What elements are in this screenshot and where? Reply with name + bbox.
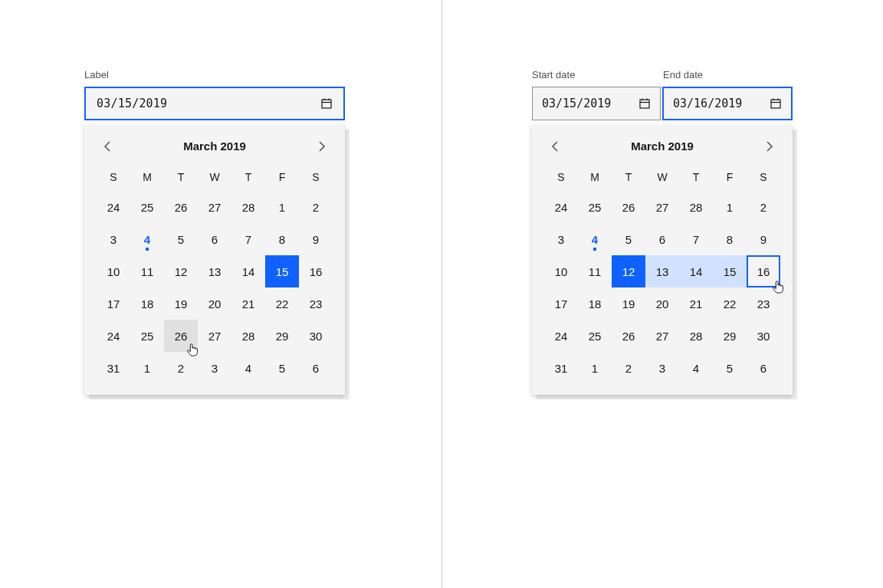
end-date-input[interactable]: 03/16/2019	[662, 87, 793, 120]
day-cell[interactable]: 7	[231, 223, 265, 255]
day-cell[interactable]: 12	[612, 255, 645, 287]
prev-month-button[interactable]	[544, 136, 566, 157]
calendar-popup: March 2019 SMTWTFS 242526272812345678910…	[84, 125, 345, 395]
day-cell[interactable]: 13	[198, 255, 231, 287]
day-cell[interactable]: 2	[747, 191, 780, 223]
day-cell[interactable]: 2	[612, 352, 645, 384]
weekday-header: T	[679, 163, 713, 191]
day-cell[interactable]: 28	[679, 320, 713, 352]
day-cell[interactable]: 26	[612, 320, 645, 352]
day-cell[interactable]: 28	[231, 320, 265, 352]
day-cell[interactable]: 26	[612, 191, 645, 223]
day-cell[interactable]: 6	[299, 352, 333, 384]
day-cell[interactable]: 16	[747, 255, 780, 287]
day-cell[interactable]: 2	[164, 352, 198, 384]
day-cell[interactable]: 22	[265, 287, 299, 320]
day-cell[interactable]: 25	[578, 191, 612, 223]
day-cell[interactable]: 17	[97, 287, 130, 320]
day-cell[interactable]: 24	[97, 320, 130, 352]
day-cell[interactable]: 27	[645, 191, 679, 223]
day-cell[interactable]: 24	[544, 320, 578, 352]
day-cell[interactable]: 2	[299, 191, 333, 223]
day-cell[interactable]: 8	[713, 223, 747, 255]
calendar-grid: 2425262728123456789101112131415161718192…	[97, 191, 333, 384]
next-month-button[interactable]	[311, 136, 333, 157]
day-cell[interactable]: 31	[544, 352, 578, 384]
day-cell[interactable]: 4	[679, 352, 713, 384]
day-cell[interactable]: 26	[164, 320, 198, 352]
weekday-header: T	[164, 163, 198, 191]
day-cell[interactable]: 21	[231, 287, 265, 320]
end-date-value: 03/16/2019	[673, 97, 770, 110]
day-cell[interactable]: 5	[713, 352, 747, 384]
day-cell[interactable]: 16	[299, 255, 333, 287]
month-year-label: March 2019	[631, 140, 694, 153]
day-cell[interactable]: 1	[713, 191, 747, 223]
day-cell[interactable]: 31	[97, 352, 130, 384]
start-date-label: Start date	[532, 69, 661, 80]
day-cell[interactable]: 3	[645, 352, 679, 384]
day-cell[interactable]: 24	[97, 191, 130, 223]
day-cell[interactable]: 1	[578, 352, 612, 384]
day-cell[interactable]: 11	[130, 255, 164, 287]
day-cell[interactable]: 10	[97, 255, 130, 287]
day-cell[interactable]: 28	[231, 191, 265, 223]
day-cell[interactable]: 23	[299, 287, 333, 320]
day-cell[interactable]: 21	[679, 287, 713, 320]
day-cell[interactable]: 13	[645, 255, 679, 287]
day-cell[interactable]: 20	[198, 287, 231, 320]
day-cell[interactable]: 27	[198, 320, 231, 352]
start-date-input[interactable]: 03/15/2019	[532, 87, 661, 120]
day-cell[interactable]: 9	[747, 223, 780, 255]
day-cell[interactable]: 19	[164, 287, 198, 320]
day-cell[interactable]: 30	[747, 320, 780, 352]
day-cell[interactable]: 23	[747, 287, 780, 320]
day-cell[interactable]: 9	[299, 223, 333, 255]
day-cell[interactable]: 5	[164, 223, 198, 255]
day-cell[interactable]: 25	[130, 191, 164, 223]
day-cell[interactable]: 24	[544, 191, 578, 223]
day-cell[interactable]: 29	[265, 320, 299, 352]
day-cell[interactable]: 15	[265, 255, 299, 287]
day-cell[interactable]: 28	[679, 191, 713, 223]
day-cell[interactable]: 11	[578, 255, 612, 287]
prev-month-button[interactable]	[97, 136, 118, 157]
day-cell[interactable]: 26	[164, 191, 198, 223]
day-cell[interactable]: 25	[578, 320, 612, 352]
day-cell[interactable]: 25	[130, 320, 164, 352]
next-month-button[interactable]	[759, 136, 780, 157]
day-cell[interactable]: 6	[198, 223, 231, 255]
day-cell[interactable]: 5	[265, 352, 299, 384]
day-cell[interactable]: 17	[544, 287, 578, 320]
date-input[interactable]: 03/15/2019	[84, 87, 345, 120]
calendar-icon	[770, 97, 782, 110]
day-cell[interactable]: 8	[265, 223, 299, 255]
day-cell[interactable]: 3	[198, 352, 231, 384]
day-cell[interactable]: 29	[713, 320, 747, 352]
day-cell[interactable]: 18	[130, 287, 164, 320]
day-cell[interactable]: 12	[164, 255, 198, 287]
day-cell[interactable]: 4	[231, 352, 265, 384]
day-cell[interactable]: 19	[612, 287, 645, 320]
day-cell[interactable]: 20	[645, 287, 679, 320]
weekday-header: S	[299, 163, 333, 191]
day-cell[interactable]: 15	[713, 255, 747, 287]
day-cell[interactable]: 14	[231, 255, 265, 287]
day-cell[interactable]: 3	[97, 223, 130, 255]
day-cell[interactable]: 10	[544, 255, 578, 287]
day-cell[interactable]: 5	[612, 223, 645, 255]
day-cell[interactable]: 4	[578, 223, 612, 255]
day-cell[interactable]: 4	[130, 223, 164, 255]
day-cell[interactable]: 27	[198, 191, 231, 223]
day-cell[interactable]: 30	[299, 320, 333, 352]
day-cell[interactable]: 1	[130, 352, 164, 384]
day-cell[interactable]: 27	[645, 320, 679, 352]
day-cell[interactable]: 3	[544, 223, 578, 255]
day-cell[interactable]: 6	[747, 352, 780, 384]
day-cell[interactable]: 14	[679, 255, 713, 287]
day-cell[interactable]: 7	[679, 223, 713, 255]
day-cell[interactable]: 22	[713, 287, 747, 320]
day-cell[interactable]: 1	[265, 191, 299, 223]
day-cell[interactable]: 6	[645, 223, 679, 255]
day-cell[interactable]: 18	[578, 287, 612, 320]
